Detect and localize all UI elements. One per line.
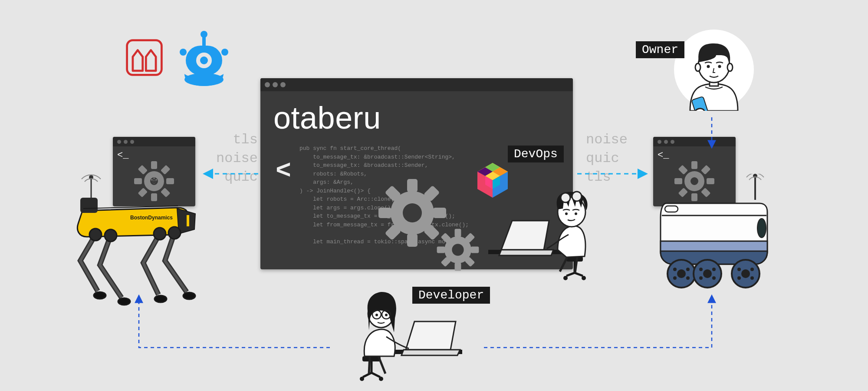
svg-point-78: [94, 292, 106, 299]
svg-point-92: [686, 268, 690, 271]
svg-point-83: [168, 227, 181, 239]
svg-point-77: [89, 229, 102, 241]
svg-point-115: [565, 212, 568, 215]
svg-point-90: [677, 269, 686, 278]
svg-text:BostonDynamics: BostonDynamics: [130, 215, 173, 221]
svg-point-79: [105, 229, 117, 242]
svg-point-106: [750, 276, 754, 280]
svg-point-80: [118, 298, 130, 305]
svg-point-105: [737, 276, 741, 280]
svg-point-120: [360, 377, 364, 381]
svg-point-126: [375, 314, 378, 316]
svg-point-82: [155, 295, 167, 302]
svg-point-121: [379, 377, 383, 381]
svg-point-110: [563, 276, 568, 280]
svg-point-81: [154, 228, 166, 240]
svg-point-98: [712, 268, 716, 271]
svg-rect-76: [187, 215, 189, 226]
svg-point-96: [703, 269, 712, 278]
svg-point-94: [686, 276, 690, 280]
delivery-robot: [651, 174, 781, 297]
svg-point-91: [673, 268, 677, 271]
svg-point-100: [712, 276, 716, 280]
svg-point-88: [757, 219, 766, 238]
svg-point-99: [699, 276, 703, 280]
svg-point-97: [699, 268, 703, 271]
svg-point-104: [750, 268, 754, 271]
svg-point-116: [575, 212, 577, 215]
devops-character: [488, 174, 601, 288]
svg-point-113: [561, 193, 570, 202]
developer-character: [339, 287, 477, 388]
svg-point-84: [183, 292, 195, 299]
robot-dog: BostonDynamics: [56, 174, 213, 315]
svg-rect-74: [80, 198, 98, 213]
svg-point-102: [741, 269, 750, 278]
svg-point-93: [673, 276, 677, 280]
svg-point-103: [737, 268, 741, 271]
svg-point-127: [385, 314, 388, 316]
svg-point-114: [572, 192, 582, 201]
svg-point-111: [582, 276, 586, 280]
